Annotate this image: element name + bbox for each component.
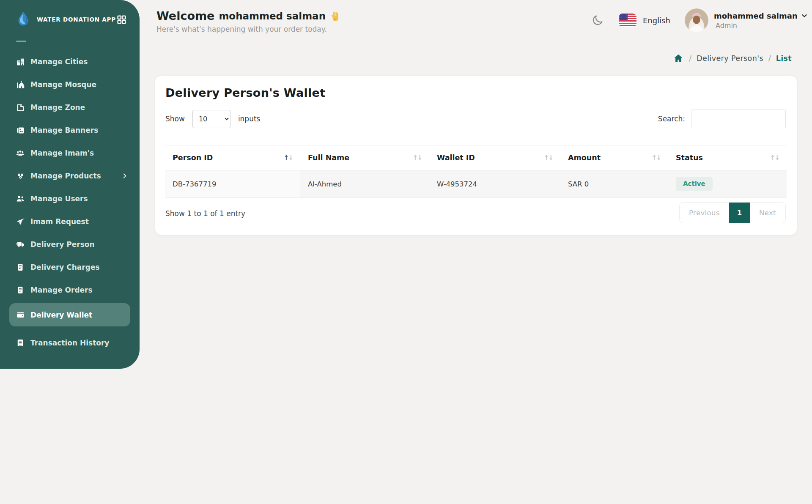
sidebar-item-manage-imams[interactable]: Manage Imam's <box>0 142 140 164</box>
sidebar-item-delivery-wallet[interactable]: Delivery Wallet <box>9 303 130 326</box>
breadcrumb-section: Delivery Person's <box>697 54 763 63</box>
breadcrumb-current[interactable]: List <box>776 54 792 63</box>
mosque-icon <box>16 80 25 89</box>
wallet-icon <box>16 310 25 320</box>
sidebar-item-delivery-person[interactable]: Delivery Person <box>0 233 140 256</box>
status-badge: Active <box>676 177 713 191</box>
sidebar-item-label: Delivery Person <box>30 240 95 249</box>
cell-amount: SAR 0 <box>560 170 668 198</box>
sidebar-item-manage-mosque[interactable]: Manage Mosque <box>0 73 140 96</box>
orders-file-icon <box>16 285 25 295</box>
sidebar-item-label: Manage Zone <box>30 103 85 112</box>
sidebar-item-label: Manage Imam's <box>30 149 94 157</box>
sidebar-item-manage-users[interactable]: Manage Users <box>0 187 140 210</box>
profile-text: mohammed salman Admin <box>714 11 808 30</box>
history-book-icon <box>16 338 25 348</box>
column-header-status[interactable]: Status↑↓ <box>668 145 787 170</box>
page-length-select[interactable]: 10 <box>192 110 230 128</box>
sidebar-item-label: Delivery Wallet <box>30 311 92 319</box>
sidebar-item-label: Manage Orders <box>30 286 93 294</box>
banner-icon <box>16 126 25 135</box>
moon-icon <box>591 14 604 27</box>
page-length-control: Show 10 inputs <box>165 110 260 128</box>
breadcrumb-separator: / <box>689 54 691 63</box>
previous-page-button[interactable]: Previous <box>680 203 729 223</box>
imams-group-icon <box>16 148 25 158</box>
sort-icon: ↑↓ <box>544 154 553 162</box>
table-row: DB-7367719 Al-Ahmed W-4953724 SAR 0 Acti… <box>165 170 787 198</box>
show-label: Show <box>165 115 185 123</box>
waving-hand-icon <box>330 11 341 22</box>
cell-wallet-id: W-4953724 <box>429 170 560 198</box>
search-control: Search: <box>658 110 786 128</box>
sidebar-item-label: Imam Request <box>30 217 89 226</box>
app-logo-row: WATER DONATION APP <box>16 9 127 30</box>
column-header-person-id[interactable]: Person ID↑↓ <box>165 145 300 170</box>
wallet-card: Delivery Person's Wallet Show 10 inputs … <box>155 76 797 235</box>
sidebar-item-label: Manage Banners <box>30 126 98 134</box>
column-header-amount[interactable]: Amount↑↓ <box>560 145 668 170</box>
cell-full-name: Al-Ahmed <box>300 170 429 198</box>
chevron-right-icon <box>122 173 128 179</box>
search-label: Search: <box>658 115 685 123</box>
sidebar-nav: Manage Cities Manage Mosque Manage Zone … <box>0 50 140 354</box>
home-icon[interactable] <box>673 53 684 63</box>
app-title: WATER DONATION APP <box>37 16 116 23</box>
cell-person-id: DB-7367719 <box>165 170 300 198</box>
welcome-subtitle: Here's what's happening with your order … <box>156 25 341 33</box>
paper-plane-icon <box>16 217 25 226</box>
chevron-down-icon <box>801 12 808 19</box>
sidebar-item-manage-zone[interactable]: Manage Zone <box>0 96 140 119</box>
sidebar-item-label: Transaction History <box>30 339 109 347</box>
wallet-table: Person ID↑↓ Full Name↑↓ Wallet ID↑↓ Amou… <box>165 145 787 198</box>
table-header-row: Person ID↑↓ Full Name↑↓ Wallet ID↑↓ Amou… <box>165 145 787 170</box>
users-icon <box>16 194 25 203</box>
delivery-truck-icon <box>16 240 25 249</box>
sort-icon: ↑↓ <box>284 154 293 162</box>
sidebar: WATER DONATION APP Manage Cities Manage … <box>0 0 140 369</box>
us-flag-icon <box>619 14 636 27</box>
cell-status: Active <box>668 170 787 198</box>
sidebar-item-manage-products[interactable]: Manage Products <box>0 164 140 187</box>
inputs-label: inputs <box>238 115 261 123</box>
sidebar-item-delivery-charges[interactable]: Delivery Charges <box>0 256 140 279</box>
welcome-user-name: mohammed salman <box>219 11 326 22</box>
sidebar-divider <box>16 41 26 42</box>
profile-role: Admin <box>716 22 808 30</box>
welcome-block: Welcome mohammed salman Here's what's ha… <box>156 9 341 33</box>
search-input[interactable] <box>691 110 786 128</box>
table-info: Show 1 to 1 of 1 entry <box>165 209 245 218</box>
sort-icon: ↑↓ <box>652 154 661 162</box>
sidebar-item-manage-orders[interactable]: Manage Orders <box>0 279 140 301</box>
water-drop-logo-icon <box>16 11 31 28</box>
profile-menu[interactable]: mohammed salman Admin <box>685 8 808 32</box>
sidebar-item-manage-cities[interactable]: Manage Cities <box>0 50 140 73</box>
language-selector[interactable]: English <box>619 14 670 27</box>
sidebar-item-label: Manage Cities <box>30 58 88 66</box>
dark-mode-toggle[interactable] <box>590 13 605 28</box>
zone-icon <box>16 103 25 112</box>
breadcrumb-separator: / <box>768 54 771 63</box>
column-header-wallet-id[interactable]: Wallet ID↑↓ <box>429 145 560 170</box>
sort-icon: ↑↓ <box>413 154 422 162</box>
sidebar-toggle-grid-icon[interactable] <box>116 14 127 25</box>
avatar <box>685 8 708 32</box>
sidebar-item-transaction-history[interactable]: Transaction History <box>0 331 140 354</box>
page-number-button[interactable]: 1 <box>729 203 750 223</box>
card-title: Delivery Person's Wallet <box>165 86 325 99</box>
profile-name: mohammed salman <box>714 11 798 20</box>
language-label: English <box>643 16 670 25</box>
sort-icon: ↑↓ <box>770 154 779 162</box>
sidebar-item-label: Manage Users <box>30 194 88 203</box>
pagination: Previous 1 Next <box>679 202 786 223</box>
sidebar-item-manage-banners[interactable]: Manage Banners <box>0 119 140 142</box>
sidebar-item-label: Manage Products <box>30 172 101 180</box>
sidebar-item-imam-request[interactable]: Imam Request <box>0 210 140 233</box>
next-page-button[interactable]: Next <box>750 203 785 223</box>
breadcrumb: / Delivery Person's / List <box>673 53 792 63</box>
products-icon <box>16 171 25 181</box>
sidebar-item-label: Delivery Charges <box>30 263 100 271</box>
city-icon <box>16 57 25 66</box>
sidebar-item-label: Manage Mosque <box>30 80 96 89</box>
column-header-full-name[interactable]: Full Name↑↓ <box>300 145 429 170</box>
